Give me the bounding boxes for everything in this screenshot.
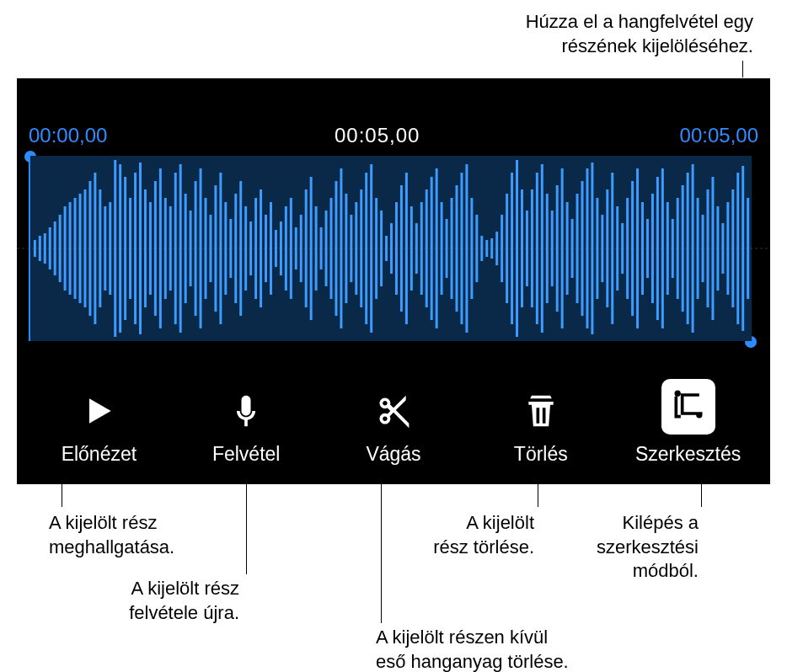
svg-rect-45: [249, 221, 252, 275]
svg-rect-89: [470, 198, 473, 299]
preview-button[interactable]: Előnézet: [40, 392, 158, 466]
svg-rect-88: [465, 164, 468, 333]
edit-callout: Kilépés a szerkesztési módból.: [597, 511, 699, 584]
svg-rect-119: [621, 223, 624, 274]
svg-rect-104: [546, 194, 549, 303]
svg-rect-8: [64, 206, 67, 291]
svg-rect-128: [667, 202, 669, 295]
svg-rect-113: [591, 163, 593, 334]
svg-rect-136: [707, 189, 709, 307]
callout-text: meghallgatása.: [49, 536, 174, 557]
svg-rect-68: [365, 173, 367, 324]
svg-rect-97: [511, 173, 513, 324]
svg-rect-36: [205, 198, 207, 299]
svg-rect-29: [169, 206, 172, 291]
svg-rect-70: [375, 198, 377, 299]
button-label: Törlés: [514, 443, 568, 466]
callout-text: A kijelölt rész: [131, 578, 239, 599]
delete-button[interactable]: Törlés: [482, 392, 600, 466]
svg-rect-32: [185, 194, 187, 303]
svg-rect-49: [270, 202, 272, 295]
svg-rect-66: [355, 202, 357, 295]
svg-rect-107: [561, 168, 564, 328]
svg-rect-111: [581, 181, 584, 316]
trim-button[interactable]: Vágás: [335, 392, 452, 466]
svg-rect-137: [711, 177, 714, 320]
svg-rect-96: [506, 194, 508, 303]
svg-rect-114: [596, 198, 598, 299]
svg-rect-58: [315, 206, 318, 291]
record-button[interactable]: Felvétel: [187, 392, 305, 466]
svg-rect-135: [702, 215, 704, 282]
svg-rect-131: [682, 185, 684, 312]
edit-button[interactable]: Szerkesztés: [629, 379, 747, 466]
svg-rect-139: [721, 223, 724, 274]
timecode-row: 00:00,00 00:05,00 00:05,00: [17, 120, 770, 151]
svg-rect-91: [480, 236, 483, 261]
callout-text: felvétele újra.: [129, 602, 239, 623]
svg-rect-38: [214, 185, 217, 312]
svg-rect-30: [174, 173, 177, 324]
record-callout: A kijelölt rész felvétele újra.: [129, 577, 239, 625]
button-label: Előnézet: [62, 443, 137, 466]
svg-rect-125: [651, 194, 654, 303]
svg-rect-73: [390, 223, 393, 274]
delete-callout: A kijelölt rész törlése.: [433, 511, 534, 559]
svg-rect-16: [104, 206, 106, 291]
svg-rect-99: [521, 189, 523, 307]
callout-text: A kijelölt rész: [49, 512, 157, 533]
svg-rect-2: [34, 240, 36, 257]
svg-rect-80: [426, 189, 428, 307]
svg-rect-13: [88, 181, 91, 316]
svg-rect-84: [446, 219, 448, 278]
svg-rect-121: [631, 181, 634, 316]
svg-rect-82: [436, 168, 438, 328]
svg-rect-10: [74, 198, 77, 299]
svg-rect-117: [611, 173, 613, 324]
svg-rect-140: [726, 202, 729, 295]
waveform-display[interactable]: [17, 156, 770, 341]
svg-rect-44: [244, 206, 247, 291]
svg-rect-42: [234, 194, 237, 303]
svg-rect-53: [290, 198, 292, 299]
svg-rect-64: [345, 194, 347, 303]
svg-rect-3: [39, 236, 41, 261]
svg-rect-77: [410, 206, 413, 291]
svg-rect-133: [692, 164, 694, 333]
timecode-center: 00:05,00: [335, 124, 420, 147]
svg-rect-41: [229, 219, 232, 278]
svg-rect-27: [159, 168, 162, 328]
svg-rect-62: [335, 181, 337, 316]
svg-rect-47: [260, 189, 262, 307]
svg-rect-110: [576, 194, 579, 303]
timecode-end: 00:05,00: [680, 124, 758, 147]
svg-rect-60: [325, 211, 328, 286]
svg-rect-9: [69, 202, 72, 295]
button-label: Vágás: [366, 443, 420, 466]
svg-rect-11: [79, 194, 82, 303]
svg-rect-55: [300, 215, 302, 282]
microphone-icon: [228, 392, 265, 435]
svg-rect-103: [541, 164, 543, 333]
callout-text: Kilépés a: [622, 512, 699, 533]
svg-rect-134: [697, 198, 699, 299]
svg-rect-37: [209, 215, 211, 282]
svg-rect-22: [134, 173, 137, 324]
svg-rect-143: [741, 166, 744, 331]
callout-text: A kijelölt: [466, 512, 534, 533]
svg-rect-6: [54, 221, 56, 275]
svg-rect-28: [164, 198, 167, 299]
svg-rect-39: [219, 173, 222, 324]
svg-rect-20: [124, 177, 126, 320]
svg-rect-25: [149, 202, 152, 295]
svg-rect-33: [190, 211, 192, 286]
callout-text: részének kijelöléséhez.: [562, 35, 753, 56]
timecode-start: 00:00,00: [29, 124, 107, 147]
svg-rect-122: [636, 168, 639, 328]
audio-editor-pane: 00:00,00 00:05,00 00:05,00: [17, 78, 770, 484]
svg-rect-4: [44, 233, 46, 264]
play-icon: [80, 392, 117, 435]
svg-rect-46: [254, 198, 257, 299]
svg-rect-50: [275, 230, 277, 267]
svg-rect-126: [656, 177, 659, 320]
